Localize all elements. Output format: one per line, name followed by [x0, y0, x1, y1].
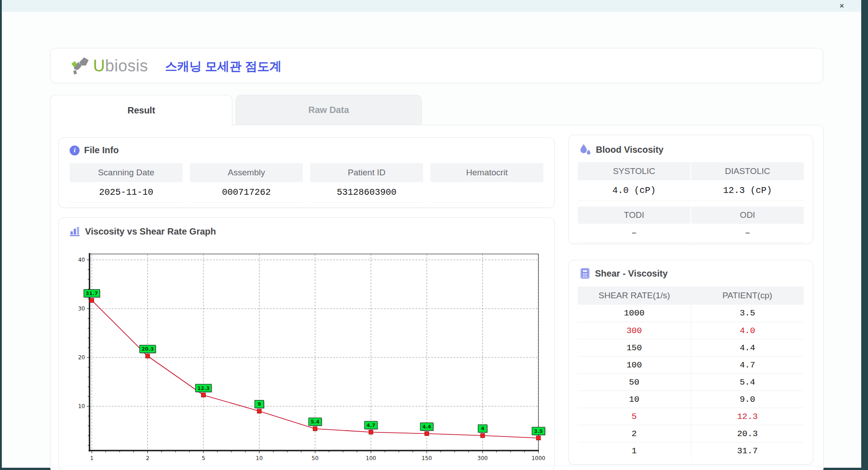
svg-text:1000: 1000 — [532, 455, 546, 461]
logo-text: Ubiosis — [93, 56, 148, 75]
file-info-field: Hematocrit — [430, 163, 543, 203]
svg-text:20.3: 20.3 — [142, 346, 154, 352]
field-value: 2025-11-10 — [70, 182, 183, 203]
svg-text:9: 9 — [258, 401, 261, 407]
table-row: 220.3 — [578, 425, 804, 442]
blood-drops-icon — [580, 143, 591, 156]
file-info-fields: Scanning Date2025-11-10Assembly000717262… — [70, 163, 543, 203]
viscosity-graph-card: Viscosity vs Shear Rate Graph 1251050100… — [58, 217, 555, 470]
field-label: Patient ID — [310, 163, 423, 182]
file-info-field: Scanning Date2025-11-10 — [70, 163, 183, 203]
cell-patient: 31.7 — [691, 442, 804, 459]
metric-value: – — [691, 224, 804, 243]
graph-title-row: Viscosity vs Shear Rate Graph — [70, 226, 216, 237]
shear-viscosity-title: Shear - Viscosity — [595, 268, 668, 279]
shear-title-row: Shear - Viscosity — [580, 268, 668, 279]
svg-text:31.7: 31.7 — [85, 291, 98, 296]
cell-patient: 4.4 — [691, 339, 804, 356]
svg-text:150: 150 — [422, 455, 432, 461]
tab-raw-data[interactable]: Raw Data — [236, 95, 422, 125]
info-icon: i — [70, 146, 80, 155]
blood-viscosity-title: Blood Viscosity — [596, 145, 664, 155]
window-titlebar: × — [2, 0, 861, 12]
file-info-title: File Info — [84, 145, 119, 155]
cell-shear-rate: 1000 — [578, 305, 691, 322]
shear-table-header: SHEAR RATE(1/s) PATIENT(cp) — [578, 287, 804, 305]
metric-label: SYSTOLIC — [578, 162, 690, 180]
ubiosis-leaf-icon — [71, 56, 90, 76]
blood-viscosity-card: Blood Viscosity SYSTOLICDIASTOLIC 4.0 (c… — [568, 135, 813, 244]
cell-patient: 4.0 — [691, 322, 804, 339]
col-patient: PATIENT(cp) — [691, 287, 804, 305]
bar-chart-icon — [70, 226, 80, 237]
logo-u: U — [93, 56, 105, 75]
field-value: 000717262 — [190, 182, 303, 203]
svg-text:10: 10 — [256, 455, 263, 461]
metric-label: DIASTOLIC — [691, 162, 804, 180]
calculator-icon — [580, 268, 590, 279]
logo-rest: biosis — [105, 56, 148, 75]
svg-text:40: 40 — [78, 257, 85, 263]
tab-raw-data-label: Raw Data — [308, 105, 349, 115]
cell-shear-rate: 2 — [578, 425, 691, 442]
blood-row1-headers: SYSTOLICDIASTOLIC — [578, 162, 804, 180]
blood-row2-headers: TODIODI — [578, 207, 804, 224]
close-icon[interactable]: × — [837, 1, 847, 11]
cell-shear-rate: 300 — [578, 322, 691, 339]
shear-viscosity-card: Shear - Viscosity SHEAR RATE(1/s) PATIEN… — [568, 260, 813, 465]
table-row: 1004.7 — [578, 356, 804, 373]
page-title: 스캐닝 모세관 점도계 — [165, 58, 282, 75]
field-value: 53128603900 — [310, 182, 423, 203]
tab-result[interactable]: Result — [50, 95, 232, 126]
svg-text:3.5: 3.5 — [534, 428, 543, 434]
field-label: Hematocrit — [430, 163, 543, 182]
cell-patient: 12.3 — [691, 408, 804, 425]
shear-table-body: 10003.53004.01504.41004.7505.4109.0512.3… — [578, 305, 804, 459]
table-row: 3004.0 — [578, 322, 804, 339]
metric-value: 4.0 (cP) — [578, 180, 690, 201]
cell-patient: 4.7 — [691, 357, 804, 373]
svg-text:1: 1 — [90, 455, 94, 461]
svg-text:50: 50 — [311, 455, 318, 461]
blood-title-row: Blood Viscosity — [580, 143, 664, 156]
table-row: 512.3 — [578, 408, 804, 425]
svg-text:100: 100 — [366, 455, 376, 461]
cell-patient: 20.3 — [691, 425, 804, 442]
table-row: 505.4 — [578, 373, 804, 390]
metric-value: 12.3 (cP) — [691, 180, 804, 201]
blood-row1-values: 4.0 (cP)12.3 (cP) — [578, 180, 804, 201]
blood-row2-values: –– — [578, 224, 804, 243]
file-info-field: Patient ID53128603900 — [310, 163, 423, 203]
field-value — [430, 182, 543, 203]
svg-text:5.4: 5.4 — [311, 419, 320, 425]
metric-label: ODI — [691, 207, 804, 224]
svg-text:4: 4 — [481, 426, 485, 432]
cell-shear-rate: 50 — [578, 374, 691, 390]
col-shear-rate: SHEAR RATE(1/s) — [578, 287, 691, 305]
svg-text:4.7: 4.7 — [367, 423, 376, 428]
table-row: 109.0 — [578, 390, 804, 408]
svg-text:4.4: 4.4 — [422, 424, 431, 430]
table-row: 10003.5 — [578, 305, 804, 322]
cell-shear-rate: 100 — [578, 357, 691, 373]
cell-patient: 5.4 — [691, 374, 804, 390]
shear-viscosity-table: SHEAR RATE(1/s) PATIENT(cp) 10003.53004.… — [578, 287, 804, 459]
app-logo: Ubiosis — [71, 55, 148, 77]
cell-shear-rate: 1 — [578, 442, 691, 459]
svg-text:20: 20 — [78, 354, 85, 361]
tab-result-label: Result — [127, 105, 155, 116]
cell-shear-rate: 5 — [578, 408, 691, 425]
svg-text:12.3: 12.3 — [197, 385, 209, 391]
metric-label: TODI — [578, 207, 690, 224]
cell-patient: 9.0 — [691, 391, 804, 408]
graph-title: Viscosity vs Shear Rate Graph — [85, 226, 216, 237]
cell-shear-rate: 150 — [578, 339, 691, 356]
header-card: Ubiosis 스캐닝 모세관 점도계 — [50, 48, 823, 83]
window-body: Ubiosis 스캐닝 모세관 점도계 Result Raw Data i Fi… — [2, 12, 861, 468]
cell-patient: 3.5 — [691, 305, 804, 322]
table-row: 131.7 — [578, 442, 804, 459]
svg-text:300: 300 — [477, 455, 488, 461]
file-info-title-row: i File Info — [70, 145, 119, 155]
svg-text:10: 10 — [78, 403, 85, 409]
file-info-field: Assembly000717262 — [190, 163, 303, 203]
